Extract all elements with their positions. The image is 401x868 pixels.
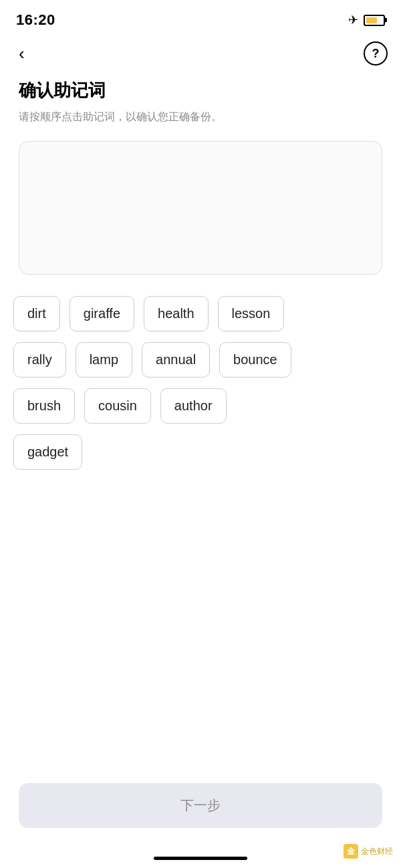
word-row-1: rallylampannualbounce [13,342,388,378]
word-chip-author[interactable]: author [160,388,227,424]
word-chip-lesson[interactable]: lesson [218,296,285,331]
status-bar: 16:20 ✈ [0,0,401,36]
word-chip-dirt[interactable]: dirt [13,296,60,331]
word-chip-giraffe[interactable]: giraffe [70,296,134,331]
word-chip-gadget[interactable]: gadget [13,434,82,470]
word-chip-rally[interactable]: rally [13,342,66,378]
page-subtitle: 请按顺序点击助记词，以确认您正确备份。 [19,109,382,125]
word-row-0: dirtgiraffehealthlesson [13,296,388,331]
home-indicator [154,857,247,860]
words-section: dirtgiraffehealthlessonrallylampannualbo… [0,296,401,470]
word-input-area [19,141,382,275]
status-icons: ✈ [348,13,385,27]
nav-bar: ‹ ? [0,36,401,71]
battery-icon [364,15,385,26]
watermark: 金 金色财经 [344,844,393,859]
watermark-icon: 金 [344,844,358,859]
word-chip-annual[interactable]: annual [142,342,210,378]
page-content: 确认助记词 请按顺序点击助记词，以确认您正确备份。 [0,71,401,275]
word-row-3: gadget [13,434,388,470]
page-title: 确认助记词 [19,79,382,102]
back-button[interactable]: ‹ [13,42,30,65]
word-chip-lamp[interactable]: lamp [76,342,132,378]
word-chip-health[interactable]: health [144,296,209,331]
watermark-text: 金色财经 [361,846,393,857]
airplane-icon: ✈ [348,13,358,27]
word-chip-cousin[interactable]: cousin [84,388,151,424]
word-chip-bounce[interactable]: bounce [219,342,291,378]
next-button[interactable]: 下一步 [19,783,382,828]
battery-fill [366,17,377,23]
status-time: 16:20 [16,11,55,29]
word-chip-brush[interactable]: brush [13,388,75,424]
bottom-section: 下一步 [19,783,382,828]
help-button[interactable]: ? [364,41,388,65]
word-row-2: brushcousinauthor [13,388,388,424]
